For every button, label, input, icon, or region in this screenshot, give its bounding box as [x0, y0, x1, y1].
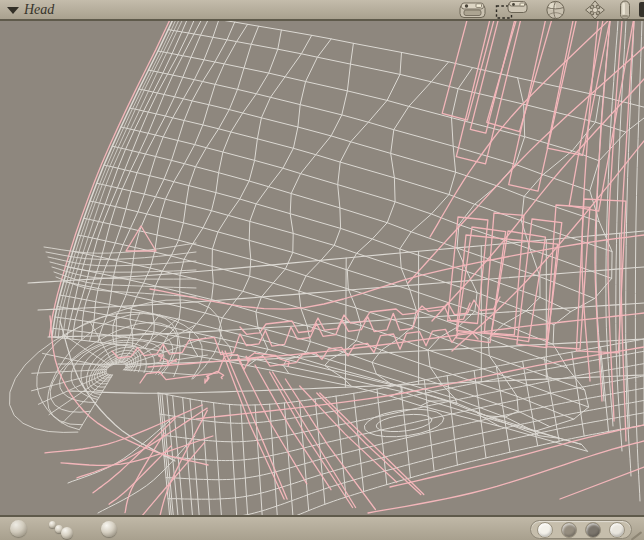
- wireframe-canvas[interactable]: [0, 21, 644, 515]
- pan-icon: [577, 0, 613, 20]
- viewport-titlebar: Head: [0, 0, 644, 21]
- zoom-dolly-icon: [616, 0, 634, 20]
- camera-select-icon: [494, 0, 531, 20]
- clipped-toolbar-icon[interactable]: [639, 2, 644, 17]
- display-mode-1-button[interactable]: [537, 522, 553, 538]
- camera-select-button[interactable]: [494, 0, 531, 19]
- app-window: Head: [0, 0, 644, 540]
- viewport-menu-button[interactable]: Head: [0, 1, 457, 18]
- resize-grip[interactable]: [631, 531, 642, 540]
- display-mode-2-button[interactable]: [561, 522, 577, 538]
- statusbar: [0, 515, 644, 540]
- display-mode-pill: [530, 520, 632, 539]
- sphere-shiny-wrap: [101, 521, 117, 537]
- pan-button[interactable]: [577, 0, 613, 19]
- camera-button[interactable]: [457, 0, 488, 19]
- sphere-shiny-button[interactable]: [101, 521, 117, 537]
- statusbar-left-buttons: [0, 517, 117, 540]
- viewport-3d[interactable]: [0, 21, 644, 515]
- triangle-down-icon: [7, 7, 19, 14]
- sphere-single-button[interactable]: [10, 520, 27, 537]
- display-mode-4-button[interactable]: [609, 522, 625, 538]
- orbit-button[interactable]: [544, 0, 567, 19]
- orbit-icon: [544, 0, 567, 20]
- viewport-toolbar: [457, 0, 644, 19]
- cluster-sphere-large: [61, 527, 73, 539]
- sphere-cluster-button[interactable]: [47, 518, 77, 540]
- viewport-label: Head: [24, 1, 54, 18]
- camera-icon: [457, 0, 488, 20]
- zoom-button[interactable]: [616, 0, 634, 19]
- display-mode-3-button[interactable]: [585, 522, 601, 538]
